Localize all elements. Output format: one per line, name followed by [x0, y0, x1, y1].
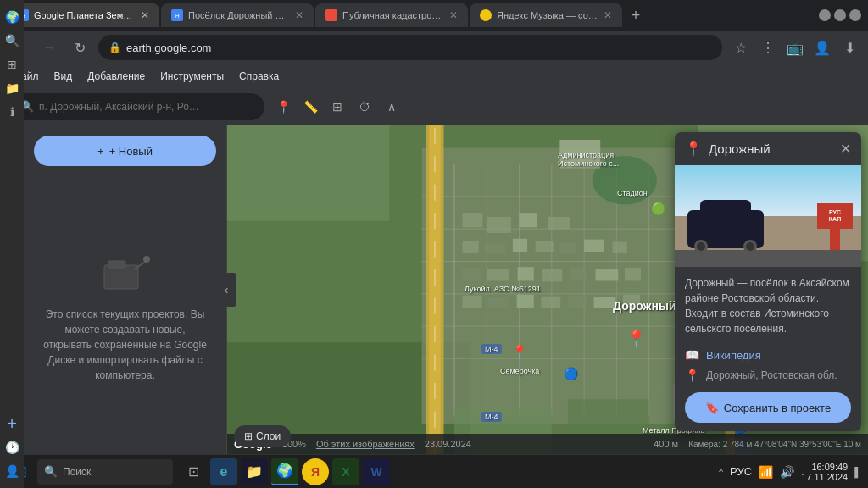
svg-rect-39 [463, 268, 481, 280]
tab-dorogniy[interactable]: Я Посёлок Дорожный — Я… ✕ [161, 3, 314, 27]
taskbar-search-icon: 🔍 [44, 465, 58, 478]
bookmark-button[interactable]: ☆ [729, 36, 753, 59]
close-button[interactable] [849, 9, 861, 21]
map-bottom-bar: Google 100% Об этих изображениях 23.09.2… [227, 434, 868, 454]
svg-rect-43 [570, 268, 587, 280]
minimize-button[interactable] [819, 9, 831, 21]
excel-taskbar-icon[interactable]: X [332, 458, 359, 485]
measure-icon[interactable]: 📏 [298, 95, 322, 119]
svg-rect-28 [463, 213, 483, 227]
new-tab-button[interactable]: + [624, 3, 648, 27]
explorer-taskbar-icon[interactable]: 📁 [241, 458, 268, 485]
svg-rect-5 [227, 125, 389, 221]
info-panel-description: Дорожный — посёлок в Аксайском районе Ро… [685, 275, 851, 336]
svg-rect-34 [513, 239, 527, 252]
menu-bar: Файл Вид Добавление Инструменты Справка [0, 64, 868, 88]
cast-button[interactable]: 📺 [783, 36, 807, 59]
search-input[interactable] [39, 101, 254, 113]
tab-kadastr[interactable]: Публичная кадастрован… ✕ [315, 3, 468, 27]
menu-add[interactable]: Добавление [81, 66, 152, 86]
sidebar: + + Новый Это список текущих проектов. В… [24, 125, 227, 454]
sidebar-collapse-button[interactable]: ‹ [216, 273, 236, 307]
word-taskbar-icon[interactable]: W [363, 458, 390, 485]
yandex-taskbar-icon[interactable]: Я [302, 458, 329, 485]
left-icon-bar: 🌍 🔍 ⊞ 📁 ℹ + 🕐 👤 [0, 125, 24, 454]
time-icon[interactable]: ⏱ [353, 95, 376, 119]
main-content: 🌍 🔍 ⊞ 📁 ℹ + 🕐 👤 + + Новый [0, 125, 868, 454]
map-pin-green: 🟢 [651, 202, 665, 215]
tab-close-dorogniy[interactable]: ✕ [295, 9, 303, 21]
more-button[interactable]: ⋮ [756, 36, 780, 59]
address-text: Дорожный, Ростовская обл. [706, 369, 837, 381]
menu-help[interactable]: Справка [232, 66, 286, 86]
search-bar[interactable]: 🔍 [10, 93, 264, 120]
taskbar: ⊞ 🔍 Поиск ⊡ e 📁 🌍 Я [0, 454, 868, 488]
tab-close-yandex[interactable]: ✕ [604, 9, 612, 21]
tab-yandex-music[interactable]: Яндекс Музыка — собир… ✕ [470, 3, 622, 27]
wikipedia-label: Википедия [706, 349, 761, 362]
sidebar-empty-text: Это список текущих проектов. Вы можете с… [41, 307, 209, 383]
taskbar-search-label: Поиск [63, 466, 91, 478]
taskbar-search[interactable]: 🔍 Поиск [37, 459, 173, 485]
svg-rect-48 [517, 295, 534, 308]
attribution-link[interactable]: Об этих изображениях [316, 439, 415, 449]
new-project-plus-icon: + [97, 145, 104, 158]
layers-button[interactable]: ⊞ Слои [234, 425, 291, 447]
taskbar-app-icons: ⊡ e 📁 🌍 Я X W [180, 458, 390, 485]
layers-icon[interactable]: ⊞ [326, 95, 349, 119]
svg-rect-41 [518, 267, 534, 280]
profile-button[interactable]: 👤 [810, 36, 834, 59]
location-icon[interactable]: 📍 [271, 95, 295, 119]
nav-add-icon[interactable]: + [2, 413, 22, 434]
save-to-project-button[interactable]: 🔖 Сохранить в проекте [685, 392, 851, 423]
save-icon: 🔖 [705, 402, 719, 414]
taskbar-date-display: 17.11.2024 [801, 472, 848, 482]
map-area[interactable]: АдминистрацияИстоминского с... Стадион Р… [227, 125, 868, 454]
menu-view[interactable]: Вид [47, 66, 80, 86]
tab-close-earth[interactable]: ✕ [141, 9, 149, 21]
tray-network-icon[interactable]: 📶 [759, 465, 773, 479]
extensions-button[interactable]: ⬇ [837, 36, 861, 59]
map-pin-blue1: 📍 [511, 344, 528, 360]
new-project-label: + Новый [109, 145, 153, 158]
svg-rect-37 [584, 240, 604, 252]
collapse-icon[interactable]: ∧ [380, 95, 403, 119]
svg-rect-38 [613, 242, 627, 253]
new-project-button[interactable]: + + Новый [34, 136, 216, 166]
svg-rect-30 [520, 213, 537, 227]
tab-google-earth[interactable]: G Google Планета Земл… ✕ [7, 3, 159, 27]
svg-point-3 [143, 256, 150, 263]
earth-taskbar-icon[interactable]: 🌍 [271, 458, 298, 485]
svg-rect-25 [429, 125, 440, 454]
nav-history-icon[interactable]: 🕐 [2, 437, 22, 454]
svg-rect-50 [568, 296, 587, 308]
address-bar[interactable]: 🔒 earth.google.com [98, 35, 722, 60]
svg-rect-1 [108, 261, 125, 268]
edge-taskbar-icon[interactable]: e [210, 458, 237, 485]
app-toolbar: 🔍 📍 📏 ⊞ ⏱ ∧ [0, 88, 868, 125]
taskbar-time-display: 16:09:49 [811, 462, 848, 472]
svg-rect-42 [542, 269, 562, 281]
save-label: Сохранить в проекте [724, 402, 831, 414]
forward-button[interactable]: → [37, 36, 61, 59]
nav-bar: ← → ↻ 🔒 earth.google.com ☆ ⋮ 📺 👤 ⬇ [0, 30, 868, 64]
tray-expand-icon[interactable]: ^ [719, 467, 723, 477]
tray-sound-icon[interactable]: 🔊 [780, 465, 794, 479]
show-desktop-button[interactable]: ▌ [854, 467, 861, 477]
tab-label-dorogniy: Посёлок Дорожный — Я… [188, 10, 290, 20]
svg-rect-29 [487, 217, 511, 233]
tab-close-kadastr[interactable]: ✕ [449, 9, 458, 21]
svg-rect-32 [463, 241, 479, 253]
tray-language-icon[interactable]: РУС [730, 465, 752, 478]
wikipedia-link[interactable]: 📖 Википедия [685, 345, 851, 365]
tab-bar: G Google Планета Земл… ✕ Я Посёлок Дорож… [7, 3, 815, 27]
taskview-button[interactable]: ⊡ [180, 458, 207, 485]
maximize-button[interactable] [834, 9, 846, 21]
browser-frame: G Google Планета Земл… ✕ Я Посёлок Дорож… [0, 0, 868, 488]
svg-rect-45 [625, 268, 641, 280]
menu-tools[interactable]: Инструменты [153, 66, 231, 86]
taskbar-clock[interactable]: 16:09:49 17.11.2024 [801, 462, 848, 482]
info-panel-close-button[interactable]: ✕ [840, 141, 851, 157]
reload-button[interactable]: ↻ [68, 36, 92, 59]
svg-rect-40 [487, 269, 509, 280]
